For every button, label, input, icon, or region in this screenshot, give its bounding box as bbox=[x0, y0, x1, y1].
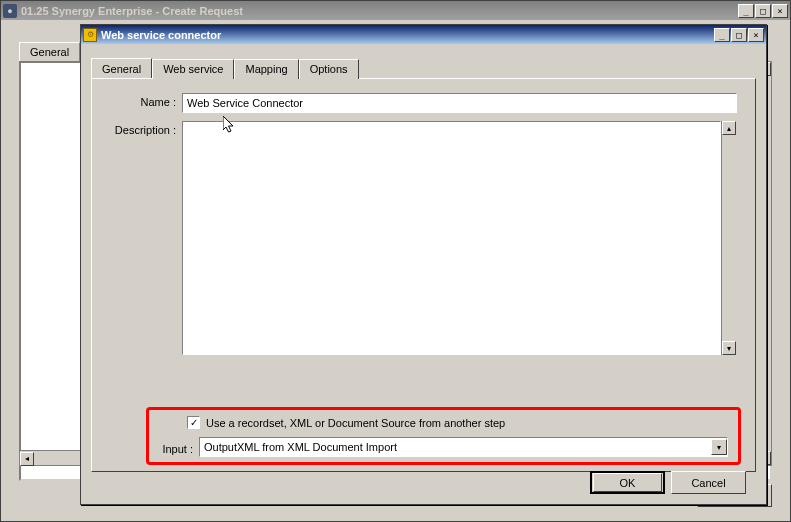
dialog-minimize-button[interactable]: _ bbox=[714, 28, 730, 42]
ok-button[interactable]: OK bbox=[590, 471, 665, 494]
input-select[interactable]: OutputXML from XML Document Import ▾ bbox=[199, 437, 728, 457]
tab-general[interactable]: General bbox=[91, 58, 152, 78]
checkbox-label: Use a recordset, XML or Document Source … bbox=[206, 417, 505, 429]
scroll-up-icon[interactable]: ▴ bbox=[722, 121, 736, 135]
tab-options[interactable]: Options bbox=[299, 59, 359, 79]
scroll-down-icon[interactable]: ▾ bbox=[722, 341, 736, 355]
dialog-close-button[interactable]: × bbox=[748, 28, 764, 42]
parent-tab-general[interactable]: General bbox=[19, 42, 80, 61]
description-textarea[interactable] bbox=[182, 121, 721, 355]
input-label: Input : bbox=[159, 440, 199, 455]
dialog-maximize-button[interactable]: □ bbox=[731, 28, 747, 42]
tab-mapping[interactable]: Mapping bbox=[234, 59, 298, 79]
dialog-window: ⚙ Web service connector _ □ × General We… bbox=[80, 24, 767, 505]
connector-icon: ⚙ bbox=[83, 28, 97, 42]
tab-panel-general: Name : Description : ▴ ▾ ✓ Use a records… bbox=[91, 78, 756, 472]
name-label: Name : bbox=[110, 93, 182, 108]
parent-titlebar[interactable]: ● 01.25 Synergy Enterprise - Create Requ… bbox=[1, 1, 790, 20]
description-label: Description : bbox=[110, 121, 182, 136]
dialog-title: Web service connector bbox=[101, 29, 714, 41]
dialog-titlebar[interactable]: ⚙ Web service connector _ □ × bbox=[81, 25, 766, 44]
use-recordset-checkbox[interactable]: ✓ bbox=[187, 416, 200, 429]
minimize-button[interactable]: _ bbox=[738, 4, 754, 18]
name-input[interactable] bbox=[182, 93, 737, 113]
description-scrollbar[interactable]: ▴ ▾ bbox=[721, 121, 737, 355]
parent-title: 01.25 Synergy Enterprise - Create Reques… bbox=[21, 5, 738, 17]
chevron-down-icon[interactable]: ▾ bbox=[711, 439, 727, 455]
tab-webservice[interactable]: Web service bbox=[152, 59, 234, 79]
app-icon: ● bbox=[3, 4, 17, 18]
highlight-region: ✓ Use a recordset, XML or Document Sourc… bbox=[146, 407, 741, 465]
maximize-button[interactable]: □ bbox=[755, 4, 771, 18]
cancel-button[interactable]: Cancel bbox=[671, 471, 746, 494]
scroll-left-icon[interactable]: ◂ bbox=[20, 452, 34, 466]
input-select-value: OutputXML from XML Document Import bbox=[204, 441, 397, 453]
close-button[interactable]: × bbox=[772, 4, 788, 18]
